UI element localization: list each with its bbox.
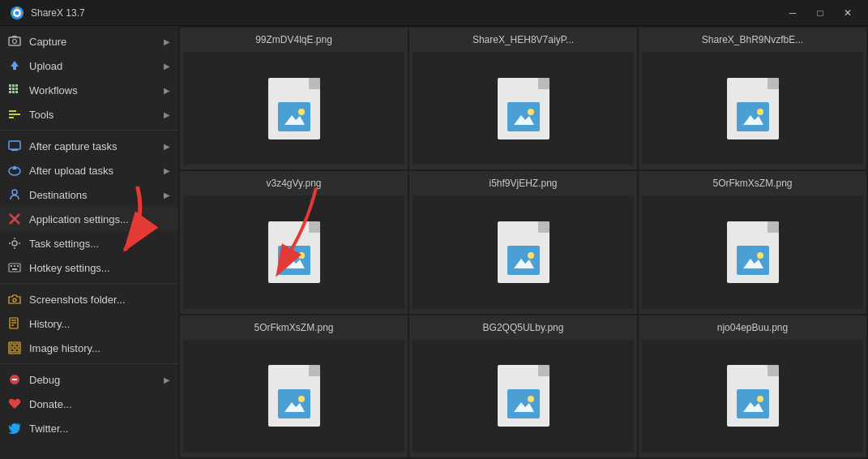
image-cell-1[interactable]: ShareX_HEH8V7aiyP... (409, 28, 637, 169)
svg-rect-45 (15, 349, 19, 352)
image-cell-5[interactable]: 5OrFkmXsZM.png (639, 171, 866, 313)
svg-rect-6 (9, 37, 20, 45)
upload-label: Upload (29, 60, 164, 72)
sidebar-item-after-upload[interactable]: After upload tasks▶ (0, 158, 178, 182)
sidebar-item-twitter[interactable]: Twitter... (0, 416, 178, 440)
sidebar-item-donate[interactable]: Donate... (0, 392, 178, 416)
image-thumb-3 (183, 195, 404, 308)
svg-rect-34 (17, 265, 19, 267)
image-thumb-5 (642, 195, 863, 308)
history-icon (6, 315, 23, 332)
image-filename-4: i5hf9VjEHZ.png (489, 178, 557, 189)
sidebar-item-after-capture[interactable]: After capture tasks▶ (0, 134, 178, 158)
svg-rect-32 (11, 265, 12, 267)
image-cell-4[interactable]: i5hf9VjEHZ.png (409, 171, 637, 313)
svg-point-53 (528, 109, 534, 115)
main-area: Capture▶Upload▶Workflows▶Tools▶After cap… (0, 26, 868, 459)
sidebar-item-app-settings[interactable]: Application settings... (0, 207, 178, 231)
image-filename-7: BG2QQ5ULby.png (483, 322, 564, 333)
image-thumb-8 (642, 340, 863, 453)
svg-point-4 (21, 11, 24, 14)
sidebar-item-hotkey-settings[interactable]: Hotkey settings... (0, 255, 178, 280)
debug-label: Debug (29, 374, 164, 386)
image-thumb-2 (642, 52, 863, 165)
capture-label: Capture (29, 36, 164, 48)
sidebar-item-history[interactable]: History... (0, 311, 178, 336)
svg-point-7 (13, 40, 17, 44)
image-history-label: Image history... (29, 342, 170, 354)
svg-rect-19 (15, 91, 18, 93)
image-filename-8: njo04epBuu.png (717, 322, 788, 333)
image-cell-6[interactable]: 5OrFkmXsZM.png (180, 315, 408, 457)
svg-point-30 (12, 241, 17, 246)
svg-rect-22 (9, 117, 14, 118)
window-controls: ─ □ ✕ (782, 5, 858, 21)
after-upload-chevron: ▶ (164, 166, 170, 175)
image-thumb-1 (413, 52, 634, 165)
svg-rect-12 (12, 84, 15, 87)
sidebar-item-tools[interactable]: Tools▶ (0, 102, 178, 127)
app-logo (10, 6, 24, 20)
image-thumb-0 (183, 52, 404, 165)
donate-icon (6, 396, 23, 412)
svg-rect-18 (12, 91, 15, 93)
app-settings-label: Application settings... (29, 213, 170, 225)
sidebar-item-upload[interactable]: Upload▶ (0, 54, 178, 78)
sidebar-item-image-history[interactable]: Image history... (0, 336, 178, 360)
image-cell-0[interactable]: 99ZmDV4lqE.png (180, 28, 408, 169)
svg-rect-42 (11, 344, 14, 347)
capture-chevron: ▶ (164, 37, 170, 46)
svg-point-74 (757, 396, 763, 402)
sidebar-item-destinations[interactable]: Destinations▶ (0, 182, 178, 207)
hotkey-settings-icon (6, 260, 23, 276)
image-thumb-7 (413, 340, 634, 453)
debug-icon (6, 371, 23, 388)
sidebar-item-workflows[interactable]: Workflows▶ (0, 78, 178, 102)
image-grid: 99ZmDV4lqE.png ShareX_HEH8V7aiyP... (178, 26, 868, 459)
image-filename-1: ShareX_HEH8V7aiyP... (472, 34, 574, 45)
image-filename-0: 99ZmDV4lqE.png (255, 34, 332, 45)
svg-point-2 (15, 11, 19, 15)
svg-rect-14 (9, 88, 11, 90)
destinations-chevron: ▶ (164, 191, 170, 199)
svg-rect-11 (9, 84, 11, 87)
minimize-button[interactable]: ─ (782, 5, 803, 21)
screenshots-label: Screenshots folder... (29, 294, 170, 306)
svg-rect-10 (13, 66, 16, 70)
image-cell-7[interactable]: BG2QQ5ULby.png (409, 315, 637, 457)
task-settings-icon (6, 235, 23, 251)
maximize-button[interactable]: □ (810, 5, 831, 21)
image-thumb-4 (413, 195, 634, 308)
after-capture-chevron: ▶ (164, 142, 170, 151)
sidebar-item-capture[interactable]: Capture▶ (0, 29, 178, 54)
image-cell-3[interactable]: v3z4gVy.png (180, 171, 408, 313)
tools-icon (6, 106, 23, 122)
svg-point-62 (528, 252, 534, 259)
image-cell-2[interactable]: ShareX_BhR9NvzfbE... (639, 28, 866, 169)
file-icon-7 (498, 365, 549, 427)
svg-rect-17 (9, 91, 11, 93)
file-icon-5 (727, 221, 779, 283)
sidebar-item-task-settings[interactable]: Task settings... (0, 231, 178, 255)
sidebar-item-screenshots[interactable]: Screenshots folder... (0, 287, 178, 311)
sidebar-item-debug[interactable]: Debug▶ (0, 367, 178, 392)
sidebar-divider (0, 130, 178, 131)
sidebar: Capture▶Upload▶Workflows▶Tools▶After cap… (0, 26, 178, 459)
file-icon-2 (727, 78, 779, 139)
svg-marker-9 (11, 61, 19, 66)
tools-chevron: ▶ (164, 110, 170, 119)
svg-rect-35 (12, 268, 17, 270)
svg-rect-8 (12, 36, 17, 37)
after-capture-icon (6, 138, 23, 154)
close-button[interactable]: ✕ (837, 5, 858, 21)
content-area: 99ZmDV4lqE.png ShareX_HEH8V7aiyP... (178, 26, 868, 459)
workflows-chevron: ▶ (164, 86, 170, 95)
donate-label: Donate... (29, 398, 170, 410)
titlebar: ShareX 13.7 ─ □ ✕ (0, 0, 868, 26)
app-settings-icon (6, 211, 23, 227)
twitter-label: Twitter... (29, 423, 170, 435)
svg-rect-15 (12, 88, 15, 90)
image-cell-8[interactable]: njo04epBuu.png (639, 315, 866, 457)
svg-point-65 (757, 252, 763, 259)
image-thumb-6 (183, 340, 404, 453)
